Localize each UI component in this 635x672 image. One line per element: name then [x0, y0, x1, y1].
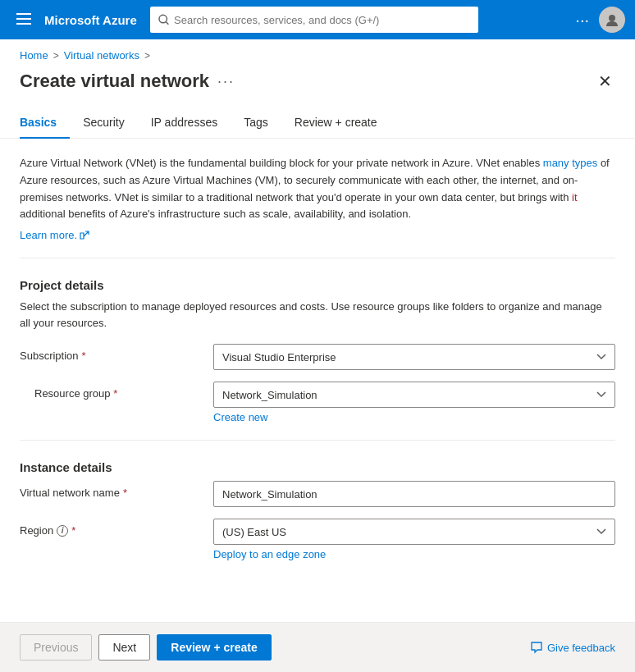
subscription-row: Subscription * Visual Studio Enterprise	[20, 344, 615, 370]
resource-group-value: Network_Simulation	[222, 389, 318, 401]
review-create-button[interactable]: Review + create	[157, 634, 271, 661]
top-navigation: Microsoft Azure ···	[0, 0, 635, 39]
project-details-title: Project details	[20, 278, 615, 292]
subscription-dropdown[interactable]: Visual Studio Enterprise	[213, 344, 615, 370]
breadcrumb-virtual-networks[interactable]: Virtual networks	[64, 49, 139, 62]
resource-group-required: *	[113, 387, 117, 400]
page-header: Create virtual network ··· ✕	[0, 68, 635, 107]
region-control: (US) East US Deploy to an edge zone	[213, 519, 615, 560]
project-details-section: Project details Select the subscription …	[20, 278, 615, 423]
svg-point-5	[609, 15, 615, 21]
breadcrumb-sep-2: >	[144, 50, 150, 62]
resource-group-control: Network_Simulation Create new	[213, 382, 615, 423]
svg-rect-0	[16, 13, 31, 15]
give-feedback-link[interactable]: Give feedback	[530, 641, 615, 654]
region-label: Region i *	[20, 519, 200, 537]
subscription-chevron	[596, 351, 606, 363]
vnet-name-control	[213, 481, 615, 507]
search-icon	[158, 14, 169, 25]
subscription-required: *	[82, 350, 86, 362]
subscription-label: Subscription *	[20, 344, 200, 362]
tab-ip-addresses[interactable]: IP addresses	[138, 107, 231, 139]
hamburger-menu[interactable]	[10, 8, 38, 32]
breadcrumb: Home > Virtual networks >	[0, 39, 635, 68]
tab-basics[interactable]: Basics	[20, 107, 70, 139]
learn-more-link[interactable]: Learn more.	[20, 229, 89, 241]
instance-details-section: Instance details Virtual network name * …	[20, 460, 615, 560]
search-input[interactable]	[174, 14, 470, 26]
region-row: Region i * (US) East US Deploy to an edg…	[20, 519, 615, 560]
divider-2	[20, 440, 615, 441]
tab-security[interactable]: Security	[70, 107, 138, 139]
region-value: (US) East US	[222, 526, 286, 538]
vnet-name-row: Virtual network name *	[20, 481, 615, 507]
region-dropdown[interactable]: (US) East US	[213, 519, 615, 545]
more-nav-options[interactable]: ···	[572, 7, 592, 33]
svg-point-3	[159, 15, 167, 22]
svg-line-4	[166, 22, 168, 25]
footer: Previous Next Review + create Give feedb…	[0, 622, 635, 672]
subscription-control: Visual Studio Enterprise	[213, 344, 615, 370]
external-link-icon	[80, 231, 89, 240]
give-feedback-label: Give feedback	[547, 642, 615, 654]
page-more-options[interactable]: ···	[217, 73, 235, 90]
page-title-row: Create virtual network ···	[20, 71, 235, 92]
region-info-icon[interactable]: i	[57, 525, 68, 537]
instance-details-title: Instance details	[20, 460, 615, 474]
deploy-edge-link[interactable]: Deploy to an edge zone	[213, 548, 615, 560]
description-text: Azure Virtual Network (VNet) is the fund…	[20, 155, 615, 223]
user-avatar[interactable]	[599, 7, 625, 33]
create-new-link[interactable]: Create new	[213, 411, 615, 423]
svg-rect-2	[16, 23, 31, 25]
main-content: Azure Virtual Network (VNet) is the fund…	[0, 139, 635, 622]
previous-button[interactable]: Previous	[20, 634, 92, 661]
region-required: *	[71, 524, 75, 537]
tab-tags[interactable]: Tags	[231, 107, 281, 139]
tab-review-create[interactable]: Review + create	[281, 107, 391, 139]
next-button[interactable]: Next	[98, 634, 150, 661]
resource-group-row: Resource group * Network_Simulation Crea…	[20, 382, 615, 423]
resource-group-label: Resource group *	[20, 387, 117, 400]
region-chevron	[596, 526, 606, 537]
close-button[interactable]: ✕	[595, 68, 615, 94]
resource-group-label-wrap: Resource group *	[20, 382, 200, 400]
project-details-desc: Select the subscription to manage deploy…	[20, 299, 615, 331]
vnet-name-required: *	[123, 487, 127, 499]
nav-right: ···	[572, 7, 625, 33]
resource-group-dropdown[interactable]: Network_Simulation	[213, 382, 615, 408]
vnet-name-input[interactable]	[213, 481, 615, 507]
footer-right: Give feedback	[530, 641, 615, 654]
tab-bar: Basics Security IP addresses Tags Review…	[0, 107, 635, 139]
subscription-value: Visual Studio Enterprise	[222, 351, 336, 363]
learn-more-text: Learn more.	[20, 229, 77, 241]
breadcrumb-sep-1: >	[53, 50, 59, 62]
resource-group-chevron	[596, 389, 606, 400]
breadcrumb-home[interactable]: Home	[20, 49, 48, 62]
feedback-icon	[530, 641, 543, 654]
vnet-name-label: Virtual network name *	[20, 481, 200, 499]
page-title: Create virtual network	[20, 71, 209, 92]
search-bar[interactable]	[150, 7, 478, 33]
azure-logo: Microsoft Azure	[44, 13, 137, 27]
divider-1	[20, 258, 615, 258]
svg-rect-1	[16, 18, 31, 20]
